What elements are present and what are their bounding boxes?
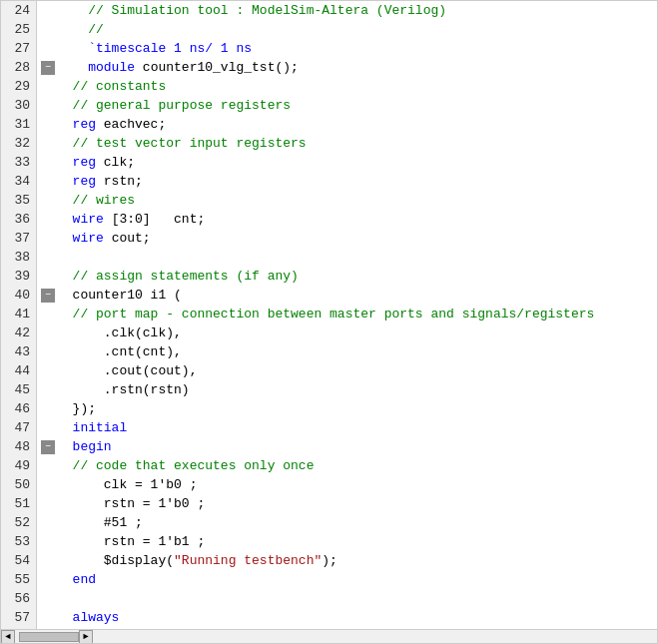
- token-keyword: begin: [73, 437, 112, 456]
- code-text: [57, 551, 104, 570]
- code-line: `timescale 1 ns/ 1 ns: [41, 39, 657, 58]
- code-line: rstn = 1'b1 ;: [41, 532, 657, 551]
- token-keyword: end: [73, 570, 96, 589]
- token-default: .cnt(cnt),: [104, 342, 182, 361]
- code-text: [57, 589, 73, 608]
- code-text: [57, 286, 73, 305]
- token-keyword: wire: [73, 229, 104, 248]
- line-number: 48: [7, 437, 30, 456]
- token-default: });: [73, 399, 96, 418]
- line-number: 53: [7, 532, 30, 551]
- code-line: − begin: [41, 437, 657, 456]
- token-default: .clk(clk),: [104, 323, 182, 342]
- code-line: rstn = 1'b0 ;: [41, 494, 657, 513]
- token-default: .cout(cout),: [104, 361, 198, 380]
- code-text: [57, 380, 104, 399]
- code-text: [57, 323, 104, 342]
- code-line: // Simulation tool : ModelSim-Altera (Ve…: [41, 1, 657, 20]
- line-number: 31: [7, 115, 30, 134]
- line-number: 37: [7, 229, 30, 248]
- token-default: counter10 i1 (: [73, 286, 182, 305]
- token-default: $display(: [104, 551, 174, 570]
- token-default: );: [322, 551, 337, 570]
- code-line: });: [41, 399, 657, 418]
- line-number: 46: [7, 399, 30, 418]
- code-text: [57, 608, 73, 627]
- code-line: − module counter10_vlg_tst();: [41, 58, 657, 77]
- code-text: [57, 115, 73, 134]
- fold-icon[interactable]: −: [41, 440, 55, 454]
- code-text: [57, 305, 73, 323]
- code-text: [57, 513, 104, 532]
- code-text: [57, 20, 88, 39]
- token-default: rstn = 1'b0 ;: [104, 494, 205, 513]
- code-text: [57, 494, 104, 513]
- token-keyword: initial: [73, 418, 128, 437]
- token-default: clk;: [96, 153, 135, 172]
- token-comment: // code that executes only once: [73, 456, 315, 475]
- line-number: 29: [7, 77, 30, 96]
- code-line: clk = 1'b0 ;: [41, 475, 657, 494]
- line-number: 57: [7, 608, 30, 627]
- line-number: 30: [7, 96, 30, 115]
- code-content[interactable]: // Simulation tool : ModelSim-Altera (Ve…: [37, 1, 657, 629]
- horizontal-scrollbar: ◄ ►: [1, 629, 657, 643]
- line-number: 28: [7, 58, 30, 77]
- code-text: [57, 342, 104, 361]
- code-line: //: [41, 20, 657, 39]
- token-comment: // wires: [73, 191, 135, 210]
- code-text: [57, 399, 73, 418]
- token-default: clk = 1'b0 ;: [104, 475, 198, 494]
- code-text: [57, 418, 73, 437]
- code-line: // test vector input registers: [41, 134, 657, 153]
- code-line: .cout(cout),: [41, 361, 657, 380]
- code-line: // constants: [41, 77, 657, 96]
- line-number: 45: [7, 380, 30, 399]
- scroll-right-arrow[interactable]: ►: [79, 630, 93, 644]
- line-number: 54: [7, 551, 30, 570]
- line-number: 47: [7, 418, 30, 437]
- token-default: rstn = 1'b1 ;: [104, 532, 205, 551]
- token-comment: // test vector input registers: [73, 134, 307, 153]
- line-number: 25: [7, 20, 30, 39]
- code-line: // general purpose registers: [41, 96, 657, 115]
- code-line: − counter10 i1 (: [41, 286, 657, 305]
- scroll-left-arrow[interactable]: ◄: [1, 630, 15, 644]
- code-line: initial: [41, 418, 657, 437]
- code-line: .cnt(cnt),: [41, 342, 657, 361]
- line-number: 56: [7, 589, 30, 608]
- line-number: 24: [7, 1, 30, 20]
- token-keyword: reg: [73, 115, 96, 134]
- token-string: "Running testbench": [174, 551, 322, 570]
- code-text: [57, 570, 73, 589]
- token-comment: // Simulation tool : ModelSim-Altera (Ve…: [88, 1, 446, 20]
- code-text: [57, 267, 73, 286]
- token-comment: // constants: [73, 77, 167, 96]
- code-line: reg clk;: [41, 153, 657, 172]
- token-default: rstn;: [96, 172, 143, 191]
- code-text: [57, 172, 73, 191]
- token-keyword: module: [88, 58, 135, 77]
- line-number: 27: [7, 39, 30, 58]
- code-line: reg eachvec;: [41, 115, 657, 134]
- token-keyword: wire: [73, 210, 104, 229]
- line-number: 51: [7, 494, 30, 513]
- token-comment: // general purpose registers: [73, 96, 291, 115]
- code-area: 2425272829303132333435363738394041424344…: [1, 1, 657, 629]
- fold-icon[interactable]: −: [41, 289, 55, 303]
- token-default: [3:0] cnt;: [104, 210, 205, 229]
- code-text: [57, 153, 73, 172]
- line-number: 50: [7, 475, 30, 494]
- token-comment: //: [88, 20, 104, 39]
- fold-icon[interactable]: −: [41, 61, 55, 75]
- code-text: [57, 134, 73, 153]
- token-default: eachvec;: [96, 115, 166, 134]
- line-number: 34: [7, 172, 30, 191]
- code-line: [41, 589, 657, 608]
- editor-container: 2425272829303132333435363738394041424344…: [0, 0, 658, 644]
- code-text: [57, 437, 73, 456]
- code-text: [57, 58, 88, 77]
- code-line: end: [41, 570, 657, 589]
- scroll-thumb[interactable]: [19, 632, 79, 642]
- code-line: wire [3:0] cnt;: [41, 210, 657, 229]
